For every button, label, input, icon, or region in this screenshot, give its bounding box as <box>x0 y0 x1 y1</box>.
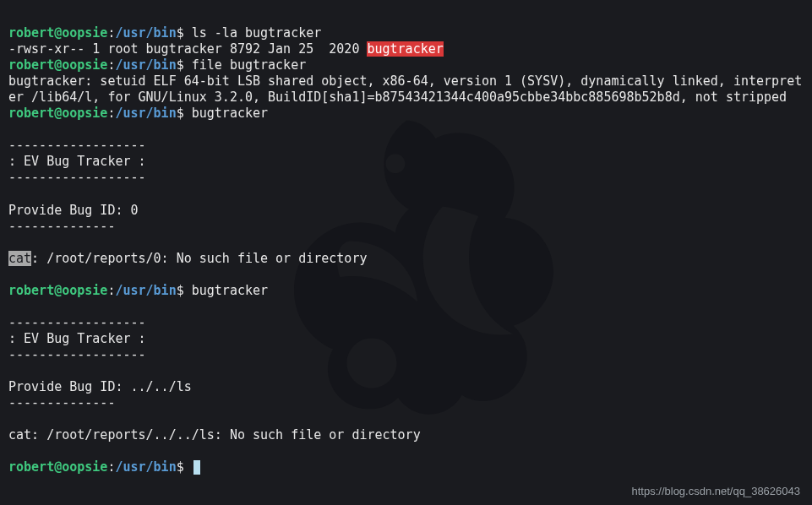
highlighted-cat: cat <box>8 251 31 266</box>
command-text: bugtracker <box>184 106 268 121</box>
prompt-user: robert <box>8 25 54 41</box>
prompt-dollar: $ <box>177 106 184 121</box>
output-text: : /root/reports/0: No such file or direc… <box>31 251 367 266</box>
prompt-user: robert <box>8 459 54 475</box>
terminal-cursor[interactable] <box>193 460 200 475</box>
output-text: -------------- <box>8 395 115 410</box>
command-text: file bugtracker <box>184 57 307 73</box>
prompt-dollar: $ <box>177 25 184 41</box>
prompt-at: @ <box>54 57 62 73</box>
prompt-at: @ <box>54 25 62 41</box>
prompt-dollar: $ <box>177 283 184 298</box>
prompt-at: @ <box>54 459 62 475</box>
output-text: ------------------ <box>8 315 146 330</box>
output-text: : EV Bug Tracker : <box>8 154 146 169</box>
prompt-dollar: $ <box>177 57 184 73</box>
prompt-at: @ <box>54 106 62 121</box>
prompt-path: /usr/bin <box>115 459 176 475</box>
prompt-host: oopsie <box>62 57 107 73</box>
prompt-dollar: $ <box>177 459 184 475</box>
csdn-watermark: https://blog.csdn.net/qq_38626043 <box>632 485 801 499</box>
prompt-user: robert <box>8 283 54 298</box>
highlighted-filename: bugtracker <box>367 41 443 57</box>
output-text: ------------------ <box>8 170 146 185</box>
command-text <box>184 459 192 475</box>
prompt-path: /usr/bin <box>115 25 176 41</box>
prompt-host: oopsie <box>62 25 107 41</box>
output-text: cat: /root/reports/../../ls: No such fil… <box>8 427 421 443</box>
prompt-user: robert <box>8 106 54 121</box>
command-text: bugtracker <box>184 283 268 298</box>
terminal-output: robert@oopsie:/usr/bin$ ls -la bugtracke… <box>8 9 804 475</box>
prompt-path: /usr/bin <box>115 57 176 73</box>
command-text: ls -la bugtracker <box>184 25 322 41</box>
output-text: -rwsr-xr-- 1 root bugtracker 8792 Jan 25… <box>8 41 367 57</box>
output-text: ------------------ <box>8 138 146 153</box>
output-text: ------------------ <box>8 347 146 362</box>
prompt-path: /usr/bin <box>115 283 176 298</box>
prompt-user: robert <box>8 57 54 73</box>
output-text: -------------- <box>8 219 115 234</box>
prompt-host: oopsie <box>62 283 107 298</box>
prompt-path: /usr/bin <box>115 106 176 121</box>
output-text: Provide Bug ID: ../../ls <box>8 379 192 394</box>
prompt-host: oopsie <box>62 106 107 121</box>
output-text: Provide Bug ID: 0 <box>8 203 139 218</box>
prompt-host: oopsie <box>62 459 107 475</box>
prompt-at: @ <box>54 283 62 298</box>
output-text: bugtracker: setuid ELF 64-bit LSB shared… <box>8 73 802 105</box>
output-text: : EV Bug Tracker : <box>8 331 146 346</box>
